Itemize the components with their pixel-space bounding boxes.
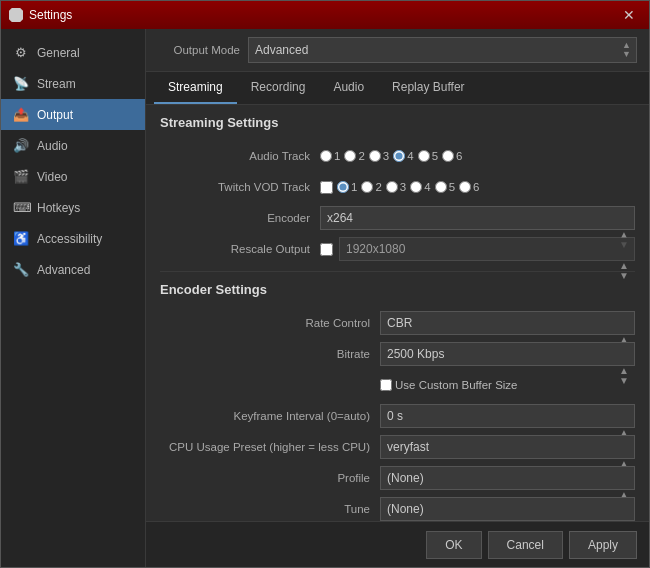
sidebar-item-video[interactable]: 🎬 Video	[1, 161, 145, 192]
sidebar-label-accessibility: Accessibility	[37, 232, 102, 246]
tabs-row: Streaming Recording Audio Replay Buffer	[146, 72, 649, 105]
bitrate-select[interactable]: 2500 Kbps	[380, 342, 635, 366]
audio-track-controls: 1 2 3 4	[320, 150, 635, 162]
bitrate-label: Bitrate	[160, 348, 380, 360]
cpu-preset-wrapper: ultrafast superfast veryfast faster fast…	[380, 435, 635, 459]
sidebar-item-general[interactable]: ⚙ General	[1, 37, 145, 68]
audio-track-label: Audio Track	[160, 150, 320, 162]
output-mode-select[interactable]: Advanced Simple	[248, 37, 637, 63]
encoder-settings-title: Encoder Settings	[160, 282, 635, 301]
section-divider	[160, 271, 635, 272]
cpu-preset-row: CPU Usage Preset (higher = less CPU) ult…	[160, 435, 635, 459]
audio-icon: 🔊	[13, 138, 29, 153]
rescale-resolution-select[interactable]: 1920x1080	[339, 237, 635, 261]
cancel-button[interactable]: Cancel	[488, 531, 563, 559]
sidebar-item-output[interactable]: 📤 Output	[1, 99, 145, 130]
output-mode-container: Output Mode Advanced Simple ▲▼	[158, 37, 637, 63]
profile-row: Profile (None) baseline main high ▲▼	[160, 466, 635, 490]
twitch-vod-controls: 1 2 3	[320, 181, 635, 194]
cpu-preset-select[interactable]: ultrafast superfast veryfast faster fast…	[380, 435, 635, 459]
tune-row: Tune (None) film animation grain ▲▼	[160, 497, 635, 521]
keyframe-select[interactable]: 0 s	[380, 404, 635, 428]
sidebar-label-hotkeys: Hotkeys	[37, 201, 80, 215]
tvod-track-1[interactable]: 1	[337, 181, 357, 193]
tvod-track-2[interactable]: 2	[361, 181, 381, 193]
tvod-track-4[interactable]: 4	[410, 181, 430, 193]
tune-select[interactable]: (None) film animation grain	[380, 497, 635, 521]
profile-label: Profile	[160, 472, 380, 484]
tab-replay-buffer[interactable]: Replay Buffer	[378, 72, 479, 104]
twitch-vod-label: Twitch VOD Track	[160, 181, 320, 193]
profile-select[interactable]: (None) baseline main high	[380, 466, 635, 490]
main-content: ⚙ General 📡 Stream 📤 Output 🔊 Audio 🎬 Vi…	[1, 29, 649, 567]
tab-streaming[interactable]: Streaming	[154, 72, 237, 104]
rate-control-label: Rate Control	[160, 317, 380, 329]
sidebar-item-audio[interactable]: 🔊 Audio	[1, 130, 145, 161]
twitch-vod-row: Twitch VOD Track 1 2	[160, 175, 635, 199]
keyframe-row: Keyframe Interval (0=auto) 0 s ▲▼	[160, 404, 635, 428]
apply-button[interactable]: Apply	[569, 531, 637, 559]
tab-audio[interactable]: Audio	[319, 72, 378, 104]
sidebar-item-accessibility[interactable]: ♿ Accessibility	[1, 223, 145, 254]
sidebar-label-video: Video	[37, 170, 67, 184]
output-icon: 📤	[13, 107, 29, 122]
twitch-vod-checkbox[interactable]	[320, 181, 333, 194]
settings-window: Settings ✕ ⚙ General 📡 Stream 📤 Output 🔊…	[0, 0, 650, 568]
encoder-select-wrapper: x264 NVENC H.264 QuickSync H.264 ▲▼	[320, 206, 635, 230]
twitch-vod-track-group: 1 2 3	[337, 181, 479, 193]
output-mode-select-wrapper: Advanced Simple ▲▼	[248, 37, 637, 63]
rate-control-select[interactable]: CBR VBR ABR CRF	[380, 311, 635, 335]
sidebar-item-stream[interactable]: 📡 Stream	[1, 68, 145, 99]
output-mode-label: Output Mode	[158, 44, 248, 56]
custom-buffer-control: Use Custom Buffer Size	[380, 379, 635, 391]
bitrate-wrapper: 2500 Kbps ▲▼	[380, 342, 635, 366]
custom-buffer-label: Use Custom Buffer Size	[395, 379, 518, 391]
rescale-output-row: Rescale Output 1920x1080 ▲▼	[160, 237, 635, 261]
tvod-track-5[interactable]: 5	[435, 181, 455, 193]
custom-buffer-checkbox[interactable]	[380, 379, 392, 391]
stream-icon: 📡	[13, 76, 29, 91]
rescale-checkbox[interactable]	[320, 243, 333, 256]
encoder-select[interactable]: x264 NVENC H.264 QuickSync H.264	[320, 206, 635, 230]
gear-icon: ⚙	[13, 45, 29, 60]
sidebar-item-hotkeys[interactable]: ⌨ Hotkeys	[1, 192, 145, 223]
accessibility-icon: ♿	[13, 231, 29, 246]
tune-label: Tune	[160, 503, 380, 515]
video-icon: 🎬	[13, 169, 29, 184]
advanced-icon: 🔧	[13, 262, 29, 277]
tab-recording[interactable]: Recording	[237, 72, 320, 104]
app-icon	[9, 8, 23, 22]
custom-buffer-row: Use Custom Buffer Size	[160, 373, 635, 397]
audio-track-row: Audio Track 1 2 3	[160, 144, 635, 168]
audio-track-3[interactable]: 3	[369, 150, 389, 162]
keyframe-label: Keyframe Interval (0=auto)	[160, 410, 380, 422]
main-panel: Output Mode Advanced Simple ▲▼ Streaming…	[146, 29, 649, 567]
close-button[interactable]: ✕	[617, 5, 641, 25]
streaming-settings-title: Streaming Settings	[160, 115, 635, 134]
sidebar-label-general: General	[37, 46, 80, 60]
encoder-label: Encoder	[160, 212, 320, 224]
audio-track-6[interactable]: 6	[442, 150, 462, 162]
tvod-track-6[interactable]: 6	[459, 181, 479, 193]
rate-control-wrapper: CBR VBR ABR CRF ▲▼	[380, 311, 635, 335]
output-mode-row: Output Mode Advanced Simple ▲▼	[146, 29, 649, 72]
audio-track-5[interactable]: 5	[418, 150, 438, 162]
bitrate-row: Bitrate 2500 Kbps ▲▼	[160, 342, 635, 366]
sidebar: ⚙ General 📡 Stream 📤 Output 🔊 Audio 🎬 Vi…	[1, 29, 146, 567]
audio-track-2[interactable]: 2	[344, 150, 364, 162]
sidebar-item-advanced[interactable]: 🔧 Advanced	[1, 254, 145, 285]
hotkeys-icon: ⌨	[13, 200, 29, 215]
panel-content: Streaming Settings Audio Track 1 2	[146, 105, 649, 521]
tvod-track-3[interactable]: 3	[386, 181, 406, 193]
sidebar-label-advanced: Advanced	[37, 263, 90, 277]
title-bar: Settings ✕	[1, 1, 649, 29]
tune-wrapper: (None) film animation grain ▲▼	[380, 497, 635, 521]
audio-track-1[interactable]: 1	[320, 150, 340, 162]
audio-track-4[interactable]: 4	[393, 150, 413, 162]
ok-button[interactable]: OK	[426, 531, 481, 559]
rescale-output-controls: 1920x1080 ▲▼	[320, 237, 635, 261]
rate-control-row: Rate Control CBR VBR ABR CRF ▲▼	[160, 311, 635, 335]
cpu-preset-label: CPU Usage Preset (higher = less CPU)	[160, 441, 380, 453]
sidebar-label-audio: Audio	[37, 139, 68, 153]
bottom-bar: OK Cancel Apply	[146, 521, 649, 567]
